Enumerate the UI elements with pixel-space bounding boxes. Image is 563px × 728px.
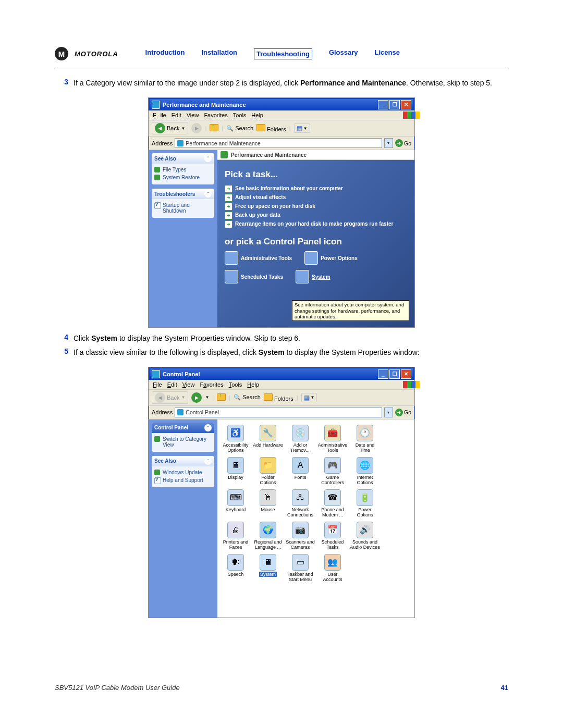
cp-display[interactable]: 🖥Display bbox=[221, 457, 251, 485]
nav-installation[interactable]: Installation bbox=[201, 48, 237, 59]
cp-power-options[interactable]: Power Options bbox=[304, 251, 358, 265]
views-button[interactable]: ▦▼ bbox=[294, 124, 310, 133]
cp-power-options[interactable]: 🔋Power Options bbox=[350, 489, 380, 517]
nav-glossary[interactable]: Glossary bbox=[329, 48, 358, 59]
menu-edit[interactable]: Edit bbox=[169, 112, 183, 119]
cp-scanners[interactable]: 📷Scanners and Cameras bbox=[285, 522, 315, 550]
up-button[interactable]: ↑ bbox=[210, 124, 218, 132]
cp-keyboard[interactable]: ⌨Keyboard bbox=[221, 489, 251, 517]
cp-add-hardware[interactable]: 🔧Add Hardware bbox=[253, 425, 283, 453]
cp-add-remove[interactable]: 💿Add or Remov... bbox=[285, 425, 315, 453]
menu-favorites[interactable]: Favorites bbox=[198, 381, 225, 388]
task-see-info[interactable]: See basic information about your compute… bbox=[225, 184, 407, 193]
cp-system[interactable]: 🖥System bbox=[253, 554, 283, 582]
menu-view[interactable]: View bbox=[180, 381, 197, 388]
troubleshooters-panel: Troubleshootersˆ Startup and Shutdown bbox=[152, 189, 214, 218]
regional-icon: 🌍 bbox=[260, 522, 276, 538]
menu-favorites[interactable]: Favorites bbox=[202, 112, 229, 119]
go-button[interactable]: ➜Go bbox=[395, 139, 411, 147]
up-button[interactable]: ↑ bbox=[217, 393, 226, 402]
menu-help[interactable]: Help bbox=[249, 112, 265, 119]
address-dropdown[interactable]: ▾ bbox=[384, 138, 393, 148]
nav-license[interactable]: License bbox=[375, 48, 400, 59]
menu-file[interactable]: File bbox=[151, 112, 168, 119]
task-rearrange[interactable]: Rearrange items on your hard disk to mak… bbox=[225, 219, 407, 228]
cp-system[interactable]: System bbox=[296, 270, 331, 283]
address-input[interactable]: Performance and Maintenance bbox=[175, 138, 382, 148]
task-back-up[interactable]: Back up your data bbox=[225, 211, 407, 219]
speech-icon: 🗣 bbox=[227, 554, 244, 571]
folders-button[interactable]: Folders bbox=[256, 124, 286, 132]
nav-troubleshooting[interactable]: Troubleshooting bbox=[254, 48, 312, 59]
minimize-button[interactable]: _ bbox=[378, 369, 388, 379]
minimize-button[interactable]: _ bbox=[378, 100, 388, 109]
nav-introduction[interactable]: Introduction bbox=[145, 48, 185, 59]
cp-phone-modem[interactable]: ☎Phone and Modem ... bbox=[317, 489, 348, 517]
step-text: Click System to display the System Prope… bbox=[74, 333, 508, 343]
forward-button[interactable]: ► bbox=[191, 392, 202, 403]
folders-button[interactable]: Folders bbox=[264, 393, 293, 402]
collapse-icon[interactable]: ˆ bbox=[204, 155, 212, 162]
side-link-system-restore[interactable]: System Restore bbox=[154, 174, 212, 181]
cp-regional[interactable]: 🌍Regional and Language ... bbox=[253, 522, 283, 550]
titlebar[interactable]: Performance and Maintenance _ ❐ ✕ bbox=[149, 98, 414, 110]
task-free-space[interactable]: Free up space on your hard disk bbox=[225, 202, 407, 211]
menu-tools[interactable]: Tools bbox=[227, 381, 244, 388]
collapse-icon[interactable]: ˆ bbox=[204, 190, 212, 198]
close-button[interactable]: ✕ bbox=[401, 369, 411, 379]
views-button[interactable]: ▦▼ bbox=[301, 393, 317, 402]
cp-speech[interactable]: 🗣Speech bbox=[221, 554, 251, 582]
menu-help[interactable]: Help bbox=[245, 381, 261, 388]
address-label: Address bbox=[152, 409, 173, 415]
close-button[interactable]: ✕ bbox=[401, 100, 411, 109]
cp-accessibility[interactable]: ♿Accessibility Options bbox=[221, 425, 251, 453]
see-also-title: See Also bbox=[154, 156, 176, 162]
cp-user-accounts[interactable]: 👥User Accounts bbox=[317, 554, 348, 582]
cp-admin-tools[interactable]: Administrative Tools bbox=[225, 251, 292, 265]
cp-mouse[interactable]: 🖱Mouse bbox=[253, 489, 283, 517]
cp-scheduled-tasks[interactable]: Scheduled Tasks bbox=[225, 270, 283, 283]
menu-view[interactable]: View bbox=[185, 112, 201, 119]
side-link-help-support[interactable]: Help and Support bbox=[154, 476, 212, 484]
cp-printers[interactable]: 🖨Printers and Faxes bbox=[221, 522, 251, 550]
step-number: 4 bbox=[55, 333, 74, 343]
step-text: If a Category view similar to the image … bbox=[74, 78, 508, 88]
step-number: 5 bbox=[55, 347, 74, 357]
search-button[interactable]: 🔍 Search bbox=[234, 394, 261, 401]
menu-file[interactable]: File bbox=[151, 381, 164, 388]
menu-edit[interactable]: Edit bbox=[165, 381, 179, 388]
step-4: 4 Click System to display the System Pro… bbox=[55, 333, 508, 343]
cp-internet[interactable]: 🌐Internet Options bbox=[350, 457, 380, 485]
cp-game[interactable]: 🎮Game Controllers bbox=[317, 457, 348, 485]
cp-fonts[interactable]: AFonts bbox=[285, 457, 315, 485]
side-link-windows-update[interactable]: Windows Update bbox=[154, 468, 212, 476]
side-link-file-types[interactable]: File Types bbox=[154, 166, 212, 174]
cp-date-time[interactable]: 🕐Date and Time bbox=[350, 425, 380, 453]
address-dropdown[interactable]: ▾ bbox=[384, 408, 393, 417]
step-3: 3 If a Category view similar to the imag… bbox=[55, 78, 508, 88]
cp-taskbar[interactable]: ▭Taskbar and Start Menu bbox=[285, 554, 315, 582]
maximize-button[interactable]: ❐ bbox=[389, 100, 400, 109]
task-visual-effects[interactable]: Adjust visual effects bbox=[225, 193, 407, 202]
windows-flag-icon bbox=[403, 381, 412, 388]
system-icon bbox=[296, 270, 309, 283]
go-button[interactable]: ➜Go bbox=[395, 409, 411, 416]
menu-tools[interactable]: Tools bbox=[231, 112, 249, 119]
switch-category-view[interactable]: Switch to Category View bbox=[154, 435, 212, 449]
collapse-icon[interactable]: ˆ bbox=[204, 424, 212, 431]
cp-admin-tools[interactable]: 🧰Administrative Tools bbox=[317, 425, 348, 453]
search-button[interactable]: 🔍 Search bbox=[226, 125, 253, 132]
side-link-startup-shutdown[interactable]: Startup and Shutdown bbox=[154, 201, 212, 215]
cp-network[interactable]: 🖧Network Connections bbox=[285, 489, 315, 517]
collapse-icon[interactable]: ˆ bbox=[204, 458, 212, 465]
cp-folder-options[interactable]: 📁Folder Options bbox=[253, 457, 283, 485]
maximize-button[interactable]: ❐ bbox=[389, 369, 400, 379]
address-input[interactable]: Control Panel bbox=[175, 408, 382, 417]
accessibility-icon: ♿ bbox=[227, 425, 244, 441]
back-button[interactable]: ◄Back▼ bbox=[152, 122, 188, 134]
cp-sounds[interactable]: 🔊Sounds and Audio Devices bbox=[350, 522, 380, 550]
internet-options-icon: 🌐 bbox=[357, 457, 373, 474]
cp-scheduled-tasks[interactable]: 📅Scheduled Tasks bbox=[317, 522, 348, 550]
phone-modem-icon: ☎ bbox=[324, 489, 341, 506]
titlebar[interactable]: Control Panel _ ❐ ✕ bbox=[149, 367, 414, 380]
